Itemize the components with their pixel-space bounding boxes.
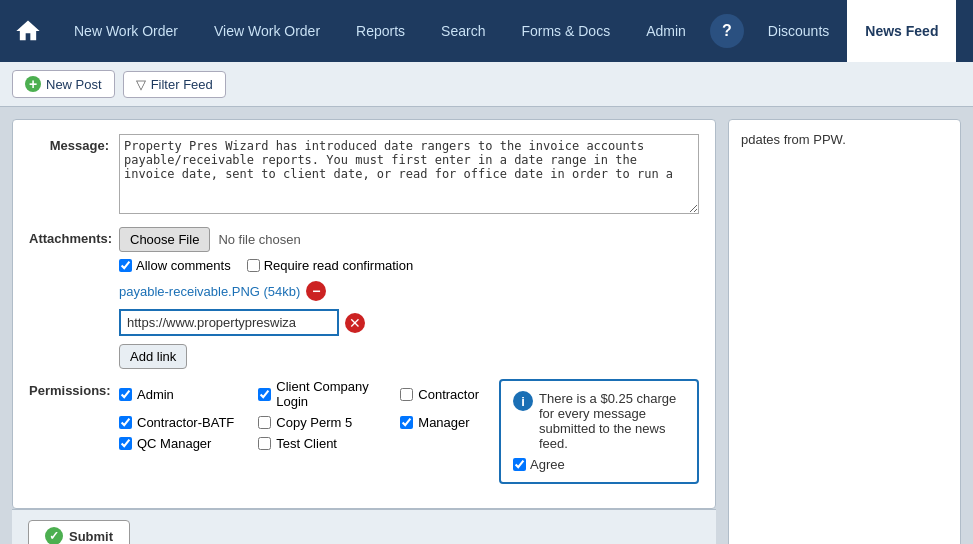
permissions-content: Admin Client Company Login Contractor [119,379,699,484]
right-panel: pdates from PPW. [728,119,961,544]
file-name-text: payable-receivable.PNG (54kb) [119,284,300,299]
attachments-label: Attachments: [29,227,119,246]
allow-comments-text: Allow comments [136,258,231,273]
perm-admin-checkbox[interactable] [119,388,132,401]
submit-row: ✓ Submit [12,509,716,544]
checkboxes-row: Allow comments Require read confirmation [119,258,699,273]
add-link-button[interactable]: Add link [119,344,187,369]
nav-view-work-order[interactable]: View Work Order [196,0,338,62]
nav-admin[interactable]: Admin [628,0,704,62]
charge-agree-row: Agree [513,457,685,472]
url-input[interactable] [119,309,339,336]
charge-text: There is a $0.25 charge for every messag… [539,391,685,451]
allow-comments-checkbox[interactable] [119,259,132,272]
permissions-label: Permissions: [29,379,119,398]
permissions-container: Admin Client Company Login Contractor [119,379,699,484]
perm-qc-manager-checkbox[interactable] [119,437,132,450]
url-row: ✕ [119,309,699,336]
agree-text: Agree [530,457,565,472]
perm-qc-manager[interactable]: QC Manager [119,436,234,451]
require-confirmation-text: Require read confirmation [264,258,414,273]
perm-test-client-checkbox[interactable] [258,437,271,450]
message-content: Property Pres Wizard has introduced date… [119,134,699,217]
home-button[interactable] [0,0,56,62]
nav-search[interactable]: Search [423,0,503,62]
message-textarea[interactable]: Property Pres Wizard has introduced date… [119,134,699,214]
nav-new-work-order[interactable]: New Work Order [56,0,196,62]
message-row: Message: Property Pres Wizard has introd… [29,134,699,217]
filter-icon: ▽ [136,77,146,92]
nav-discounts[interactable]: Discounts [750,0,847,62]
perm-client-company[interactable]: Client Company Login [258,379,376,409]
filter-feed-button[interactable]: ▽ Filter Feed [123,71,226,98]
perm-manager[interactable]: Manager [400,415,479,430]
agree-label[interactable]: Agree [513,457,565,472]
submit-label: Submit [69,529,113,544]
perm-contractor-batf-checkbox[interactable] [119,416,132,429]
main-panel: Message: Property Pres Wizard has introd… [0,107,973,544]
attachments-row: Attachments: Choose File No file chosen … [29,227,699,369]
perm-contractor[interactable]: Contractor [400,379,479,409]
allow-comments-label[interactable]: Allow comments [119,258,231,273]
permissions-grid: Admin Client Company Login Contractor [119,379,479,451]
permissions-row: Permissions: Admin Client Company Login [29,379,699,484]
nav-help[interactable]: ? [710,14,744,48]
new-post-label: New Post [46,77,102,92]
remove-url-button[interactable]: ✕ [345,313,365,333]
nav-reports[interactable]: Reports [338,0,423,62]
toolbar: + New Post ▽ Filter Feed [0,62,973,107]
perm-client-company-checkbox[interactable] [258,388,271,401]
perm-copy-perm[interactable]: Copy Perm 5 [258,415,376,430]
perm-admin[interactable]: Admin [119,379,234,409]
nav-news-feed[interactable]: News Feed [847,0,956,62]
top-nav: New Work Order View Work Order Reports S… [0,0,973,62]
plus-icon: + [25,76,41,92]
file-chooser-row: Choose File No file chosen [119,227,699,252]
perm-contractor-checkbox[interactable] [400,388,413,401]
filter-feed-label: Filter Feed [151,77,213,92]
remove-file-button[interactable]: − [306,281,326,301]
right-panel-text: pdates from PPW. [741,132,846,147]
require-confirmation-label[interactable]: Require read confirmation [247,258,414,273]
file-tag-row: payable-receivable.PNG (54kb) − [119,281,699,301]
nav-forms-docs[interactable]: Forms & Docs [503,0,628,62]
perm-test-client[interactable]: Test Client [258,436,376,451]
check-icon: ✓ [45,527,63,544]
info-icon: i [513,391,533,411]
agree-checkbox[interactable] [513,458,526,471]
message-label: Message: [29,134,119,153]
form-panel: Message: Property Pres Wizard has introd… [12,119,716,509]
perm-copy-perm-checkbox[interactable] [258,416,271,429]
new-post-button[interactable]: + New Post [12,70,115,98]
charge-box: i There is a $0.25 charge for every mess… [499,379,699,484]
charge-info: i There is a $0.25 charge for every mess… [513,391,685,451]
attachments-content: Choose File No file chosen Allow comment… [119,227,699,369]
perm-manager-checkbox[interactable] [400,416,413,429]
home-icon [14,17,42,45]
submit-button[interactable]: ✓ Submit [28,520,130,544]
perm-contractor-batf[interactable]: Contractor-BATF [119,415,234,430]
no-file-label: No file chosen [218,232,300,247]
choose-file-button[interactable]: Choose File [119,227,210,252]
require-confirmation-checkbox[interactable] [247,259,260,272]
